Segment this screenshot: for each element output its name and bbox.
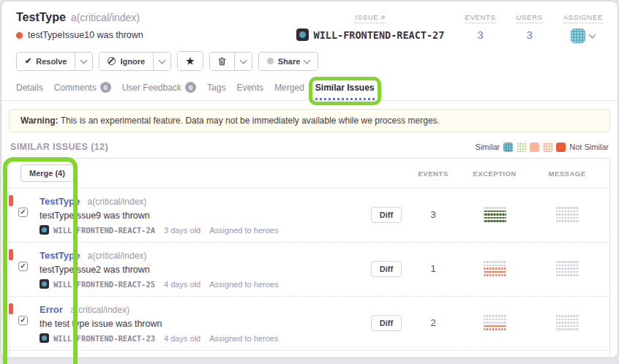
delete-dropdown-button[interactable] [234, 53, 252, 70]
issue-culprit: a(critical/index) [88, 251, 147, 261]
resolve-dropdown-button[interactable] [75, 53, 92, 70]
issue-age: 3 days old [164, 226, 200, 235]
user-feedback-count-badge: 0 [185, 82, 196, 93]
stat-assignee: ASSIGNEE [563, 13, 603, 43]
panel-toolbar: Merge (4) EVENTS EXCEPTION MESSAGE [10, 159, 609, 188]
tab-comments[interactable]: Comments 0 [54, 82, 111, 100]
legend-swatch-dissimilar [543, 143, 552, 152]
tab-events[interactable]: Events [236, 82, 263, 100]
row-main: TestType a(critical/index) testTypeIssue… [40, 194, 362, 235]
chevron-down-icon [239, 56, 247, 64]
issue-title: TestType [16, 11, 66, 24]
level-indicator [9, 195, 13, 206]
issue-message: the test type issue was thrown [40, 319, 362, 329]
diff-button[interactable]: Diff [371, 207, 402, 223]
ignore-button[interactable]: Ignore [100, 53, 153, 70]
users-label: USERS [517, 13, 543, 23]
stat-users: USERS 3 [517, 13, 543, 43]
events-count-link[interactable]: 3 [477, 29, 483, 41]
ignore-dropdown-button[interactable] [153, 53, 170, 70]
issue-culprit: a(critical/index) [71, 12, 140, 23]
exception-similarity-bars [484, 315, 506, 330]
issue-assigned: Assigned to heroes [209, 226, 278, 235]
message-similarity-bars [556, 207, 579, 222]
legend-swatch-most-similar [503, 143, 513, 152]
events-label: EVENTS [465, 13, 495, 23]
resolve-button[interactable]: ✔ Resolve [17, 53, 75, 70]
issue-message: testTypeIssue2 was thrown [40, 265, 362, 275]
issue-type-link[interactable]: TestType [40, 196, 80, 207]
issue-short-id: WILL-FRONTEND-REACT-2A [53, 226, 155, 235]
issue-type-link[interactable]: TestType [40, 250, 80, 261]
legend-swatch-medium [530, 143, 539, 152]
similarity-legend: Similar Not Similar [476, 143, 609, 152]
message-similarity-bars [556, 315, 579, 330]
merge-button[interactable]: Merge (4) [20, 164, 74, 182]
issue-header-left: TestType a(critical/index) testTypeIssue… [16, 11, 143, 43]
project-platform-icon [40, 333, 49, 343]
row-main: TestType a(critical/index) testTypeIssue… [40, 357, 362, 358]
message-similarity-bars [556, 261, 579, 276]
exception-similarity-bars [484, 261, 506, 276]
exception-similarity-bars [484, 207, 506, 222]
legend-swatch-not-similar [556, 143, 566, 152]
issue-id-label: ISSUE # [355, 13, 385, 23]
similar-issue-row: Error a(critical/index) the test type is… [10, 296, 609, 350]
issue-culprit: a(critical/index) [70, 305, 130, 315]
delete-button[interactable] [210, 53, 234, 70]
action-toolbar: ✔ Resolve Ignore ★ [1, 43, 618, 71]
check-icon: ✔ [25, 57, 31, 65]
stat-issue-id: ISSUE # WILL-FRONTEND-REACT-27 [296, 13, 445, 43]
legend-swatch-similar [517, 143, 526, 152]
chevron-down-icon [304, 56, 311, 64]
issue-message: testTypeIssue10 was thrown [28, 30, 143, 40]
tab-details[interactable]: Details [16, 82, 43, 100]
diff-button[interactable]: Diff [371, 261, 402, 277]
row-checkbox[interactable] [18, 262, 28, 271]
assignee-label: ASSIGNEE [563, 13, 603, 23]
tab-user-feedback[interactable]: User Feedback 0 [122, 82, 196, 100]
issue-header-stats: ISSUE # WILL-FRONTEND-REACT-27 EVENTS 3 … [296, 11, 603, 43]
assignee-avatar [571, 29, 585, 43]
share-button[interactable]: Share [259, 53, 318, 70]
chevron-down-icon [80, 56, 88, 64]
issue-short-id: WILL-FRONTEND-REACT-25 [53, 280, 155, 289]
issue-tabs: Details Comments 0 User Feedback 0 Tags … [1, 71, 618, 101]
issue-assigned: Assigned to heroes [209, 334, 278, 343]
similar-issues-panel: Merge (4) EVENTS EXCEPTION MESSAGE TestT… [9, 158, 610, 358]
issue-culprit: a(critical/index) [88, 197, 147, 207]
share-icon [267, 58, 274, 64]
chevron-down-icon [159, 56, 166, 64]
stat-events: EVENTS 3 [465, 13, 495, 43]
legend-similar-label: Similar [476, 143, 500, 151]
level-indicator [9, 249, 13, 260]
experimental-warning-banner: Warning: This is an experimental feature… [9, 109, 610, 132]
warning-text: This is an experimental feature. Data ma… [59, 115, 440, 126]
tab-similar-issues[interactable]: Similar Issues [315, 82, 375, 100]
issue-type-link[interactable]: Error [40, 304, 63, 315]
issue-age: 4 days old [164, 280, 200, 289]
diff-button[interactable]: Diff [371, 315, 402, 331]
legend-not-similar-label: Not Similar [569, 143, 609, 151]
app-viewport: TestType a(critical/index) testTypeIssue… [0, 0, 619, 364]
row-events-count: 2 [410, 317, 456, 328]
row-events-count: 1 [410, 263, 456, 274]
trash-icon [218, 57, 226, 66]
column-header-events: EVENTS [410, 170, 456, 178]
bookmark-button[interactable]: ★ [178, 52, 203, 70]
issue-message: testTypeIssue9 was thrown [40, 211, 362, 221]
chevron-down-icon [589, 31, 596, 39]
star-icon: ★ [186, 56, 195, 66]
row-checkbox[interactable] [18, 208, 28, 217]
level-indicator [9, 303, 13, 314]
comments-count-badge: 0 [100, 82, 111, 93]
tab-merged[interactable]: Merged [274, 82, 304, 100]
row-checkbox[interactable] [18, 316, 28, 325]
issue-age: 4 days old [164, 334, 200, 343]
issue-short-id: WILL-FRONTEND-REACT-27 [314, 29, 445, 41]
assignee-dropdown[interactable] [571, 29, 595, 43]
tab-tags[interactable]: Tags [207, 82, 225, 100]
users-count-link[interactable]: 3 [527, 29, 533, 41]
row-main: Error a(critical/index) the test type is… [40, 303, 362, 343]
row-main: TestType a(critical/index) testTypeIssue… [40, 249, 362, 289]
